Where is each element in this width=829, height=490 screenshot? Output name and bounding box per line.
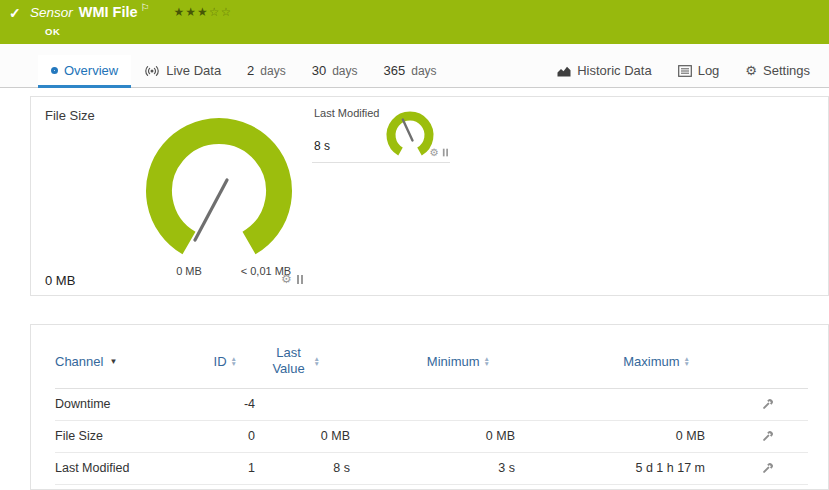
col-header-id[interactable]: ID ▲▼ (195, 348, 255, 379)
channel-tools (705, 421, 808, 452)
log-icon (678, 65, 692, 77)
gauge-needle (403, 120, 413, 141)
sort-icon[interactable]: ▲▼ (231, 356, 237, 366)
channel-tools (705, 453, 808, 484)
channel-name: Downtime (55, 389, 195, 419)
tab-label: Settings (763, 63, 810, 78)
sort-icon[interactable]: ▲▼ (314, 356, 320, 366)
sensor-title-line: Sensor WMI File ⚐ ★★★☆☆ (30, 4, 232, 20)
pause-icon[interactable] (443, 148, 448, 156)
channel-maximum: 5 d 1 h 17 m (515, 453, 705, 483)
channel-id: 0 (195, 421, 255, 451)
gear-icon[interactable]: ⚙ (281, 273, 292, 285)
sensor-kicker: Sensor (30, 5, 73, 20)
channel-maximum: 0 MB (515, 421, 705, 451)
col-label: Channel (55, 354, 103, 369)
prtg-sensor-page: ✓ Sensor WMI File ⚐ ★★★☆☆ OK Overview Li… (0, 0, 829, 490)
tab-label: Historic Data (577, 63, 651, 78)
channel-last-value (255, 396, 350, 412)
col-label: Maximum (623, 354, 679, 369)
tab-2-days[interactable]: 2 days (234, 55, 299, 88)
col-label: Minimum (427, 354, 480, 369)
tab-label-unit: days (260, 64, 285, 78)
gauge-min-label: 0 MB (149, 265, 229, 277)
table-row: Last Modified 1 8 s 3 s 5 d 1 h 17 m (55, 453, 808, 485)
tab-label-unit: days (411, 64, 436, 78)
last-modified-gauge-actions: ⚙ (429, 147, 448, 157)
table-row: File Size 0 0 MB 0 MB 0 MB (55, 421, 808, 453)
gear-icon[interactable]: ⚙ (429, 147, 438, 157)
channel-minimum (350, 396, 515, 412)
tab-log[interactable]: Log (665, 55, 733, 88)
channel-maximum (515, 396, 705, 412)
page-title: WMI File (79, 4, 138, 20)
file-size-gauge-actions: ⚙ (281, 273, 303, 285)
col-header-minimum[interactable]: Minimum ▲▼ (350, 348, 515, 379)
tab-label: Log (698, 63, 720, 78)
col-label: Last Value (268, 345, 310, 378)
status-check-icon: ✓ (9, 5, 21, 21)
file-size-gauge (134, 113, 304, 279)
col-header-maximum[interactable]: Maximum ▲▼ (515, 348, 705, 379)
channel-name: File Size (55, 421, 195, 451)
live-data-icon (144, 65, 160, 77)
tab-label: Live Data (166, 63, 221, 78)
sort-desc-icon: ▼ (231, 361, 237, 366)
tab-365-days[interactable]: 365 days (371, 55, 450, 88)
tab-label-number: 30 (312, 63, 326, 78)
sort-desc-icon: ▼ (314, 361, 320, 366)
table-row: Downtime -4 (55, 389, 808, 421)
file-size-current-value: 0 MB (45, 273, 75, 288)
edit-channel-wrench-icon[interactable] (760, 461, 775, 476)
channels-table-panel: Channel ▼ ID ▲▼ Last Value ▲▼ Minimum ▲▼… (30, 324, 829, 490)
channel-name: Last Modified (55, 453, 195, 483)
file-size-gauge-title: File Size (45, 108, 95, 123)
gauges-panel: File Size 0 MB < 0,01 MB ⚙ 0 MB Last Mod… (30, 96, 829, 296)
gauge-needle (195, 180, 227, 240)
historic-data-icon (557, 65, 571, 77)
tab-bar: Overview Live Data 2 days 30 days 365 da… (0, 44, 829, 88)
sort-icon[interactable]: ▲▼ (684, 356, 690, 366)
sort-desc-icon: ▼ (684, 361, 690, 366)
edit-channel-wrench-icon[interactable] (760, 397, 775, 412)
channel-minimum: 3 s (350, 453, 515, 483)
tab-overview[interactable]: Overview (38, 55, 131, 88)
stars-filled: ★★★ (174, 5, 209, 19)
channel-tools (705, 389, 808, 420)
tab-historic-data[interactable]: Historic Data (544, 55, 664, 88)
tab-30-days[interactable]: 30 days (299, 55, 371, 88)
stars-empty: ☆☆ (209, 5, 233, 19)
overview-icon (51, 67, 58, 74)
tab-label-number: 365 (384, 63, 406, 78)
sort-icon[interactable]: ▲▼ (484, 356, 490, 366)
tab-label-unit: days (332, 64, 357, 78)
caret-down-icon: ▼ (109, 357, 117, 366)
priority-flag-icon[interactable]: ⚐ (141, 2, 150, 13)
priority-stars[interactable]: ★★★☆☆ (174, 5, 233, 19)
channel-id: -4 (195, 389, 255, 419)
last-modified-gauge-block: Last Modified 8 s ⚙ (312, 103, 450, 163)
gauge-arc (159, 131, 279, 243)
channel-last-value: 8 s (255, 453, 350, 483)
edit-channel-wrench-icon[interactable] (760, 429, 775, 444)
tab-label: Overview (64, 63, 118, 78)
channel-id: 1 (195, 453, 255, 483)
col-header-tools (705, 355, 808, 371)
col-header-channel[interactable]: Channel ▼ (55, 348, 195, 379)
col-header-last-value[interactable]: Last Value ▲▼ (255, 339, 350, 388)
pause-icon[interactable] (297, 275, 303, 284)
table-header-row: Channel ▼ ID ▲▼ Last Value ▲▼ Minimum ▲▼… (55, 339, 808, 389)
sort-desc-icon: ▼ (484, 361, 490, 366)
channel-minimum: 0 MB (350, 421, 515, 451)
tab-settings[interactable]: ⚙ Settings (732, 55, 823, 88)
tab-label-number: 2 (247, 63, 254, 78)
sensor-header: ✓ Sensor WMI File ⚐ ★★★☆☆ OK (0, 0, 829, 44)
channel-last-value: 0 MB (255, 421, 350, 451)
col-label: ID (214, 354, 227, 369)
gear-icon: ⚙ (745, 64, 757, 77)
tab-live-data[interactable]: Live Data (131, 55, 234, 88)
last-modified-current-value: 8 s (314, 139, 330, 153)
status-badge: OK (45, 26, 60, 37)
